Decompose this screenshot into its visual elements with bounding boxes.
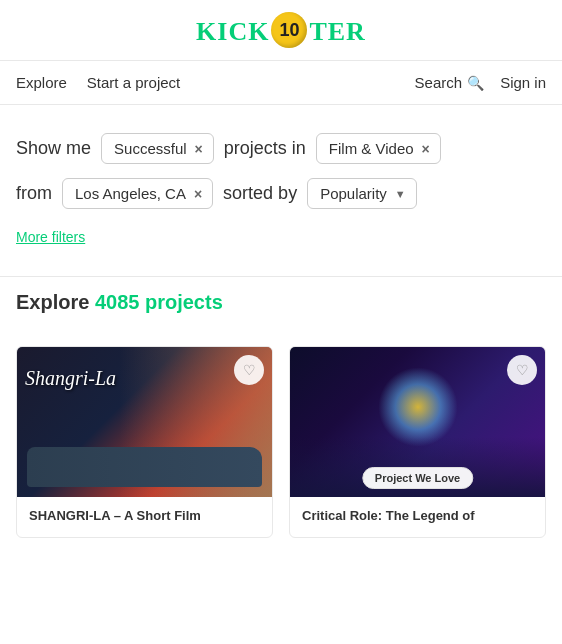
explore-heading: Explore 4085 projects <box>16 291 546 314</box>
project-we-love-badge: Project We Love <box>362 467 473 489</box>
card-title: SHANGRI-LA – A Short Film <box>17 497 272 537</box>
filter-row-1: Show me Successful × projects in Film & … <box>16 133 546 164</box>
card-image: ♡ <box>17 347 272 497</box>
filter-location-value: Los Angeles, CA <box>75 185 186 202</box>
nav-left: Explore Start a project <box>16 74 415 91</box>
explore-label: Explore <box>16 291 89 313</box>
heart-button[interactable]: ♡ <box>507 355 537 385</box>
heart-button[interactable]: ♡ <box>234 355 264 385</box>
explore-count: 4085 projects <box>95 291 223 313</box>
explore-section: Explore 4085 projects <box>0 291 562 346</box>
filter-chip-location[interactable]: Los Angeles, CA × <box>62 178 213 209</box>
project-card[interactable]: ♡ SHANGRI-LA – A Short Film <box>16 346 273 538</box>
signin-link[interactable]: Sign in <box>500 74 546 91</box>
search-icon: 🔍 <box>467 75 484 91</box>
filter-location-close[interactable]: × <box>194 186 202 202</box>
card-title: Critical Role: The Legend of <box>290 497 545 537</box>
nav-right: Search 🔍 Sign in <box>415 74 546 91</box>
logo-suffix: TER <box>309 17 365 47</box>
nav-explore[interactable]: Explore <box>16 74 67 91</box>
project-grid: ♡ SHANGRI-LA – A Short Film ♡ Project We… <box>0 346 562 538</box>
search-label: Search <box>415 74 463 91</box>
car-shape <box>27 447 262 487</box>
logo-prefix: KICK <box>196 17 269 47</box>
search-button[interactable]: Search 🔍 <box>415 74 485 91</box>
more-filters-link[interactable]: More filters <box>16 229 85 245</box>
filter-category-value: Film & Video <box>329 140 414 157</box>
logo-bar: KICK 10 TER <box>0 0 562 61</box>
filter-area: Show me Successful × projects in Film & … <box>0 105 562 262</box>
filter-chip-category[interactable]: Film & Video × <box>316 133 441 164</box>
filter-successful-value: Successful <box>114 140 187 157</box>
filter-category-close[interactable]: × <box>422 141 430 157</box>
filter-sort-value: Popularity <box>320 185 387 202</box>
card-image: ♡ Project We Love <box>290 347 545 497</box>
nav-bar: Explore Start a project Search 🔍 Sign in <box>0 61 562 105</box>
sorted-by-label: sorted by <box>223 183 297 204</box>
projects-in-label: projects in <box>224 138 306 159</box>
filter-sort-dropdown[interactable]: Popularity ▼ <box>307 178 417 209</box>
logo-balloon: 10 <box>271 12 307 48</box>
nav-start-project[interactable]: Start a project <box>87 74 180 91</box>
from-label: from <box>16 183 52 204</box>
chevron-down-icon: ▼ <box>395 188 406 200</box>
project-card[interactable]: ♡ Project We Love Critical Role: The Leg… <box>289 346 546 538</box>
filter-successful-close[interactable]: × <box>195 141 203 157</box>
filter-chip-successful[interactable]: Successful × <box>101 133 214 164</box>
filter-row-2: from Los Angeles, CA × sorted by Popular… <box>16 178 546 209</box>
divider <box>0 276 562 277</box>
show-me-label: Show me <box>16 138 91 159</box>
